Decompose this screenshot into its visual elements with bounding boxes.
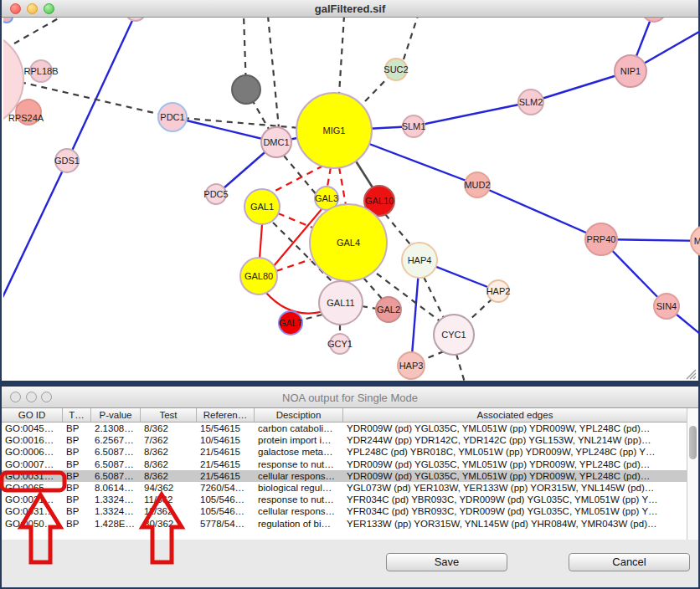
node-label-gal80: GAL80 bbox=[244, 271, 273, 281]
table-row[interactable]: GO:0016…BP6.2567…7/36210/54615protein im… bbox=[2, 434, 687, 446]
table-row[interactable]: GO:0007…BP6.5087…8/36221/54615response t… bbox=[2, 458, 687, 470]
edge[interactable] bbox=[468, 299, 492, 321]
cell: BP bbox=[63, 518, 91, 530]
node-label-dmc1: DMC1 bbox=[263, 137, 289, 147]
table-row[interactable]: GO:0031…BP1.3324…11/362105/546…response … bbox=[2, 494, 687, 505]
column-header-referen-[interactable]: Referen… bbox=[197, 408, 255, 422]
table-body[interactable]: GO:0045…BP2.1308…8/36215/54615carbon cat… bbox=[2, 423, 687, 530]
edge[interactable] bbox=[339, 18, 344, 94]
edge[interactable] bbox=[414, 102, 531, 126]
node-label-pdc1: PDC1 bbox=[160, 112, 184, 122]
edge[interactable] bbox=[424, 277, 444, 318]
cell: GO:0016… bbox=[2, 434, 63, 446]
column-header-p-value[interactable]: P-value bbox=[91, 408, 141, 422]
cell: GO:0050… bbox=[2, 518, 63, 530]
cell: 8.0614… bbox=[91, 482, 141, 494]
node-label-hap2: HAP2 bbox=[486, 286, 511, 296]
save-button[interactable]: Save bbox=[386, 553, 507, 571]
cell: BP bbox=[63, 482, 91, 494]
cell: 1.428E… bbox=[91, 518, 141, 530]
cell: GO:0031… bbox=[2, 505, 63, 517]
edge[interactable] bbox=[270, 166, 323, 193]
cell: 7/362 bbox=[141, 434, 197, 446]
cell: 21/54615 bbox=[197, 446, 255, 458]
edge-curve[interactable] bbox=[265, 292, 327, 314]
column-header-associated-edges[interactable]: Associated edges bbox=[343, 408, 687, 422]
cell: 8/362 bbox=[141, 446, 197, 458]
cell: 94/362 bbox=[141, 482, 197, 494]
edge[interactable] bbox=[3, 161, 67, 306]
node-cut-top-right[interactable] bbox=[642, 18, 666, 22]
scrollbar-thumb[interactable] bbox=[689, 426, 697, 459]
node-label-gal11: GAL11 bbox=[327, 298, 354, 308]
table-row[interactable]: GO:0065…BP8.0614…94/3627260/54…biologica… bbox=[2, 482, 687, 494]
node-label-sin4: SIN4 bbox=[656, 301, 677, 311]
edge[interactable] bbox=[276, 259, 311, 271]
cell: 21/54615 bbox=[197, 458, 255, 470]
cell: 80/362 bbox=[141, 518, 197, 530]
edge[interactable] bbox=[404, 18, 418, 59]
edge[interactable] bbox=[327, 167, 331, 187]
edge[interactable] bbox=[477, 185, 601, 239]
node-label-gcy1: GCY1 bbox=[327, 339, 353, 349]
results-table[interactable]: GO IDT…P-valueTestReferen…DesciptionAsso… bbox=[2, 408, 687, 540]
network-titlebar[interactable]: galFiltered.sif bbox=[2, 0, 698, 18]
table-header-row[interactable]: GO IDT…P-valueTestReferen…DesciptionAsso… bbox=[2, 408, 687, 423]
cancel-button[interactable]: Cancel bbox=[569, 553, 690, 571]
cell: GO:0031… bbox=[2, 470, 63, 482]
cell: YDR009W (pd) YGL035C, YML051W (pp) YDR00… bbox=[343, 423, 687, 434]
node-label-slm2: SLM2 bbox=[519, 97, 543, 107]
node-label-mud2: MUD2 bbox=[464, 180, 490, 190]
cell: YPL248C (pd) YBR018C, YML051W (pp) YDR00… bbox=[343, 446, 687, 458]
cell: GO:0006… bbox=[2, 446, 63, 458]
table-row[interactable]: GO:0006…BP6.5087…8/36221/54615galactose … bbox=[2, 446, 687, 458]
table-row[interactable]: GO:0045…BP2.1308…8/36215/54615carbon cat… bbox=[2, 423, 687, 434]
node-label-mig1: MIG1 bbox=[323, 125, 346, 136]
edge[interactable] bbox=[172, 117, 276, 142]
cell: 11/362 bbox=[141, 505, 197, 517]
table-row[interactable]: GO:0031…BP1.3324…11/362105/546…cellular … bbox=[2, 505, 687, 517]
column-header-test[interactable]: Test bbox=[141, 408, 197, 422]
column-header-go-id[interactable]: GO ID bbox=[2, 408, 63, 422]
edge[interactable] bbox=[20, 82, 172, 117]
table-row[interactable]: GO:0031…BP6.5087…8/36221/54615cellular r… bbox=[2, 470, 687, 482]
cell: 2.1308… bbox=[91, 423, 141, 434]
edge[interactable] bbox=[456, 354, 465, 381]
node-label-gal2: GAL2 bbox=[377, 305, 400, 315]
node-gray-node[interactable] bbox=[232, 75, 260, 104]
cell: 6.5087… bbox=[91, 470, 141, 482]
cell: protein import i… bbox=[255, 434, 343, 446]
cell: GO:0045… bbox=[2, 423, 63, 434]
noa-titlebar[interactable]: NOA output for Single Mode bbox=[2, 387, 698, 408]
node-label-msl5: MSL5 bbox=[694, 236, 700, 246]
network-canvas[interactable]: RPL18BRPS24AGDS1PDC1DMC1MIG1SUC2SLM1PDC5… bbox=[3, 18, 700, 381]
edge[interactable] bbox=[260, 224, 262, 259]
column-header-t-[interactable]: T… bbox=[63, 408, 91, 422]
node-cut-top-left[interactable] bbox=[126, 18, 146, 21]
column-header-desciption[interactable]: Desciption bbox=[255, 408, 343, 422]
node-label-rpl18b: RPL18B bbox=[24, 66, 59, 76]
noa-output-window: NOA output for Single Mode GO IDT…P-valu… bbox=[0, 385, 700, 589]
table-row[interactable]: GO:0050…BP1.428E…80/3625778/54…regulatio… bbox=[2, 518, 687, 530]
cell: 6.5087… bbox=[91, 458, 141, 470]
node-label-gal3: GAL3 bbox=[315, 193, 338, 203]
screen: RPL18BRPS24AGDS1PDC1DMC1MIG1SUC2SLM1PDC5… bbox=[0, 0, 700, 589]
edge[interactable] bbox=[268, 18, 279, 128]
resize-grip-icon[interactable] bbox=[685, 368, 697, 380]
cell: 1.3324… bbox=[91, 505, 141, 517]
edge[interactable] bbox=[362, 306, 377, 309]
edge[interactable] bbox=[385, 214, 414, 248]
edge[interactable] bbox=[300, 315, 322, 320]
edge[interactable] bbox=[14, 18, 73, 44]
node-label-gal7: GAL7 bbox=[279, 318, 302, 328]
edge[interactable] bbox=[339, 167, 346, 205]
edge[interactable] bbox=[67, 18, 136, 161]
vertical-scrollbar[interactable] bbox=[687, 408, 698, 540]
cell: YDR009W (pd) YGL035C, YML051W (pp) YDR00… bbox=[343, 470, 687, 482]
edge[interactable] bbox=[363, 278, 383, 300]
cell: BP bbox=[63, 423, 91, 434]
cell: YDR244W (pp) YDR142C, YDR142C (pp) YGL15… bbox=[343, 434, 687, 446]
node-frag-topleft[interactable] bbox=[3, 18, 13, 23]
cell: response to nut… bbox=[255, 494, 343, 505]
cell: 15/54615 bbox=[197, 423, 255, 434]
